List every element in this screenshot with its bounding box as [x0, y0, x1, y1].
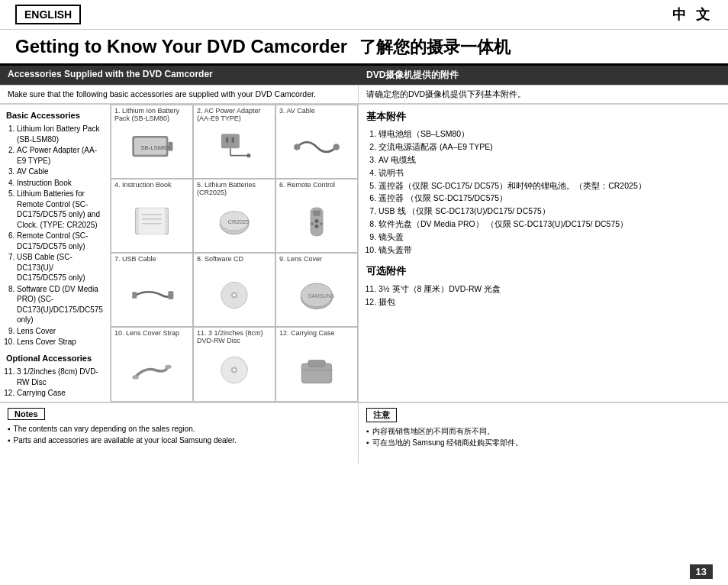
list-item: USB 线 （仅限 SC-DC173(U)/DC175/ DC575） [378, 205, 720, 218]
cell-image: SB-LSM80 [114, 126, 189, 168]
list-item: Lithium Ion Battery Pack (SB-LSM80) [17, 124, 104, 144]
cn-optional-header: 可选附件 [366, 263, 720, 280]
basic-accessories-list: Lithium Ion Battery Pack (SB-LSM80)AC Po… [6, 124, 104, 347]
grid-cell: 3. AV Cable [275, 105, 358, 179]
svg-rect-40 [308, 360, 325, 367]
notes-item: 可在当地的 Samsung 经销商处购买零部件。 [366, 437, 720, 448]
grid-cell: 7. USB Cable [111, 253, 193, 327]
cell-label: 10. Lens Cover Strap [114, 329, 179, 337]
cell-label: 5. Lithium Batteries (CR2025) [197, 181, 275, 196]
grid-cell: 4. Instruction Book [111, 179, 193, 253]
grid-cell: 11. 3 1/2inches (8cm) DVD-RW Disc [193, 327, 275, 401]
cell-image [114, 274, 189, 316]
grid-cell: 5. Lithium Batteries (CR2025)CR2025 [193, 179, 275, 253]
cn-basic-header: 基本附件 [366, 109, 720, 125]
svg-point-23 [314, 225, 318, 228]
optional-accessories-list: 3 1/2inches (8cm) DVD-RW DiscCarrying Ca… [6, 367, 104, 399]
list-item: 交流电源适配器 (AA–E9 TYPE) [378, 141, 720, 154]
title-bar: Getting to Know Your DVD Camcorder 了解您的摄… [0, 30, 728, 66]
cn-optional-list: 3½ 英寸（8 厘米）DVD-RW 光盘摄包 [366, 283, 720, 309]
cell-label: 11. 3 1/2inches (8cm) DVD-RW Disc [197, 329, 275, 344]
svg-point-34 [132, 375, 139, 379]
notes-item: Parts and accessories are available at y… [8, 435, 350, 446]
optional-accessories-header: Optional Accessories [6, 352, 104, 365]
cell-image: SAMSUNG [279, 274, 354, 316]
cell-label: 4. Instruction Book [114, 181, 172, 189]
left-section-header: Accessories Supplied with the DVD Camcor… [0, 66, 359, 85]
list-item: Software CD (DV Media PRO) (SC-DC173(U)/… [17, 284, 104, 325]
cell-label: 3. AV Cable [279, 107, 315, 115]
list-item: Lithium Batteries for Remote Control (SC… [17, 189, 104, 230]
cell-image [279, 200, 354, 242]
list-item: 遥控器（仅限 SC-DC175/ DC575）和时钟的锂电池。（类型：CR202… [378, 179, 720, 192]
svg-point-25 [320, 222, 322, 225]
cell-image [279, 349, 354, 391]
notes-cn-container: 内容视销售地区的不同而有所不同。可在当地的 Samsung 经销商处购买零部件。 [366, 425, 720, 448]
grid-cell: 1. Lithium Ion Battery Pack (SB-LSM80)SB… [111, 105, 193, 179]
left-panel: Basic Accessories Lithium Ion Battery Pa… [0, 105, 359, 402]
list-item: 镜头盖带 [378, 244, 720, 257]
list-item: 3½ 英寸（8 厘米）DVD-RW 光盘 [378, 283, 720, 296]
notes-left: Notes The contents can vary depending on… [0, 403, 359, 464]
cell-image [197, 349, 272, 391]
svg-point-38 [233, 368, 235, 370]
notes-area: Notes The contents can vary depending on… [0, 402, 728, 464]
cell-label: 9. Lens Cover [279, 255, 322, 263]
page-number: 13 [690, 564, 713, 579]
grid-cell: 8. Software CD [193, 253, 275, 327]
grid-cell: 9. Lens CoverSAMSUNG [275, 253, 358, 327]
svg-point-7 [246, 154, 250, 157]
svg-point-10 [294, 144, 301, 150]
svg-point-22 [314, 219, 318, 223]
title-english: Getting to Know Your DVD Camcorder [15, 36, 347, 57]
cell-label: 2. AC Power Adapter (AA-E9 TYPE) [197, 107, 275, 122]
list-item: USB Cable (SC-DC173(U)/ DC175/DC575 only… [17, 252, 104, 283]
notes-en-container: The contents can vary depending on the s… [8, 423, 350, 446]
svg-point-35 [165, 364, 172, 368]
cn-basic-list: 锂电池组（SB–LSM80）交流电源适配器 (AA–E9 TYPE)AV 电缆线… [366, 128, 720, 256]
cell-image: CR2025 [197, 200, 272, 242]
cn-list: 基本附件 锂电池组（SB–LSM80）交流电源适配器 (AA–E9 TYPE)A… [359, 105, 728, 402]
cell-image [279, 126, 354, 168]
svg-point-24 [311, 222, 313, 225]
svg-point-11 [333, 144, 340, 150]
svg-rect-27 [132, 292, 137, 299]
cell-label: 1. Lithium Ion Battery Pack (SB-LSM80) [114, 107, 192, 122]
cell-label: 7. USB Cable [114, 255, 156, 263]
list-item: 镜头盖 [378, 231, 720, 244]
list-item: Lens Cover Strap [17, 337, 104, 347]
list-item: Lens Cover [17, 326, 104, 337]
svg-text:SB-LSM80: SB-LSM80 [140, 144, 169, 151]
svg-rect-13 [139, 208, 165, 234]
svg-rect-9 [232, 137, 234, 142]
list-item: AC Power Adapter (AA-E9 TYPE) [17, 145, 104, 166]
accessories-grid: 1. Lithium Ion Battery Pack (SB-LSM80)SB… [111, 105, 358, 402]
list-item: 摄包 [378, 296, 720, 309]
text-list: Basic Accessories Lithium Ion Battery Pa… [0, 105, 111, 402]
title-chinese: 了解您的摄录一体机 [359, 36, 511, 59]
grid-cell: 2. AC Power Adapter (AA-E9 TYPE) [193, 105, 275, 179]
svg-rect-8 [226, 137, 228, 142]
list-item: 说明书 [378, 166, 720, 179]
notes-title-en: Notes [8, 408, 45, 420]
list-item: 锂电池组（SB–LSM80） [378, 128, 720, 141]
grid-cell: 10. Lens Cover Strap [111, 327, 193, 401]
basic-accessories-header: Basic Accessories [6, 109, 104, 122]
list-item: 遥控器 （仅限 SC-DC175/DC575） [378, 192, 720, 205]
right-section-header: DVD摄像机提供的附件 [359, 66, 728, 85]
svg-text:SAMSUNG: SAMSUNG [308, 293, 335, 299]
notes-title-cn: 注意 [366, 408, 397, 422]
cell-image [197, 126, 272, 168]
notes-item: 内容视销售地区的不同而有所不同。 [366, 425, 720, 437]
list-item: 软件光盘（DV Media PRO） （仅限 SC-DC173(U)/DC175… [378, 218, 720, 231]
svg-point-30 [233, 294, 235, 296]
cell-label: 6. Remote Control [279, 181, 335, 189]
cell-label: 8. Software CD [197, 255, 243, 263]
chinese-header-label: 中 文 [672, 5, 713, 24]
grid-cell: 6. Remote Control [275, 179, 358, 253]
list-item: AV Cable [17, 166, 104, 177]
cell-image [114, 349, 189, 391]
supplied-text-en: Make sure that the following basic acces… [0, 86, 359, 104]
grid-cell: 12. Carrying Case [275, 327, 358, 401]
svg-rect-21 [313, 211, 321, 216]
